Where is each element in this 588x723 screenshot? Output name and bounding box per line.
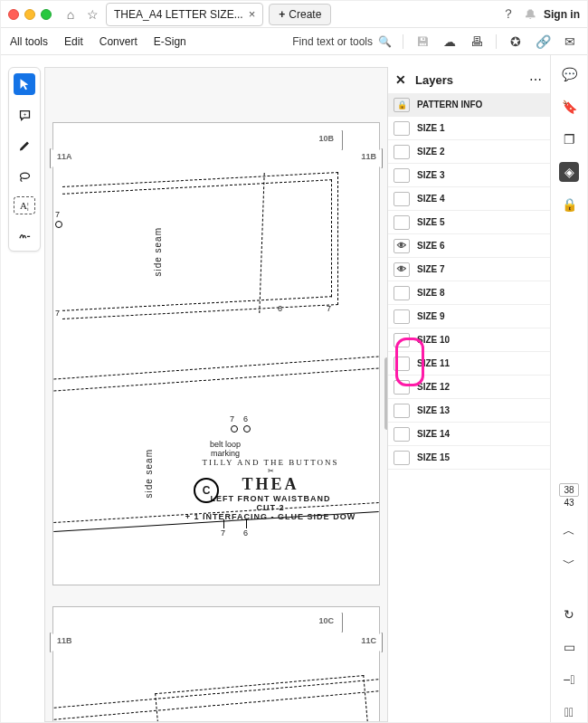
layers-panel: ✕ Layers ⋯ PATTERN INFOSIZE 1SIZE 2SIZE … xyxy=(387,67,551,722)
layer-row[interactable]: SIZE 5 xyxy=(388,211,551,234)
sign-tool[interactable] xyxy=(14,224,35,245)
layer-name: SIZE 9 xyxy=(417,311,445,321)
visibility-toggle[interactable] xyxy=(394,192,410,206)
bookmarks-panel-icon[interactable]: 🔖 xyxy=(559,97,579,117)
menu-edit[interactable]: Edit xyxy=(64,35,83,48)
layer-row[interactable]: SIZE 13 xyxy=(388,399,551,423)
print-icon[interactable]: 🖶 xyxy=(469,34,485,49)
layers-panel-icon[interactable]: ◈ xyxy=(559,162,579,182)
layer-row[interactable]: SIZE 11 xyxy=(388,352,551,376)
visibility-toggle[interactable] xyxy=(394,215,410,230)
layers-panel-header: ✕ Layers ⋯ xyxy=(388,67,551,93)
page-down-icon[interactable]: ﹀ xyxy=(559,554,579,574)
layer-name: SIZE 3 xyxy=(417,170,445,180)
layer-row[interactable]: SIZE 10 xyxy=(388,328,551,352)
visibility-toggle[interactable] xyxy=(394,357,410,371)
layer-row[interactable]: SIZE 9 xyxy=(388,305,551,328)
layers-close-icon[interactable]: ✕ xyxy=(395,72,406,87)
highlight-tool[interactable] xyxy=(14,135,35,157)
zoom-in-icon[interactable]: ＋⃝ xyxy=(559,702,579,722)
layer-row[interactable]: SIZE 2 xyxy=(388,140,551,164)
bell-icon[interactable]: 🔔︎ xyxy=(522,7,538,22)
cloud-upload-icon[interactable]: ☁︎ xyxy=(441,34,458,49)
document-stage[interactable]: 11A 10B 11B side seam 7 7 6 7 side seam … xyxy=(44,67,388,722)
pages-panel-icon[interactable]: ❐ xyxy=(559,129,579,149)
page-up-icon[interactable]: ︿ xyxy=(559,521,579,541)
layer-name: SIZE 8 xyxy=(417,288,445,298)
layer-row[interactable]: SIZE 7 xyxy=(388,258,551,281)
total-pages: 43 xyxy=(564,498,574,508)
layer-row[interactable]: SIZE 8 xyxy=(388,281,551,305)
lasso-tool[interactable] xyxy=(14,166,35,187)
layer-name: SIZE 1 xyxy=(417,123,445,133)
text-select-tool[interactable]: A¦ xyxy=(14,196,35,214)
lock-icon[interactable]: 🔒 xyxy=(559,195,579,214)
visibility-toggle[interactable] xyxy=(394,145,410,159)
layer-row[interactable]: SIZE 12 xyxy=(388,376,551,399)
layer-list[interactable]: PATTERN INFOSIZE 1SIZE 2SIZE 3SIZE 4SIZE… xyxy=(388,93,551,722)
current-page[interactable]: 38 xyxy=(559,483,578,497)
layer-row[interactable]: SIZE 14 xyxy=(388,423,551,446)
layer-row[interactable]: SIZE 15 xyxy=(388,446,551,470)
layer-name: SIZE 4 xyxy=(417,194,445,204)
rotate-icon[interactable]: ↻ xyxy=(559,604,579,624)
window-maximize[interactable] xyxy=(41,9,52,20)
select-tool[interactable] xyxy=(14,73,35,95)
layer-row[interactable]: PATTERN INFO xyxy=(388,93,551,117)
lock-icon[interactable] xyxy=(394,98,410,112)
comments-panel-icon[interactable]: 💬 xyxy=(559,64,579,84)
window-minimize[interactable] xyxy=(24,9,35,20)
pattern-cut: CUT 2 xyxy=(171,503,370,512)
visibility-toggle[interactable] xyxy=(394,286,410,300)
svg-point-1 xyxy=(20,173,29,178)
tab-close-icon[interactable]: × xyxy=(249,7,256,21)
menu-esign[interactable]: E-Sign xyxy=(154,35,186,48)
visibility-toggle[interactable] xyxy=(394,262,410,277)
notch-11b-label-p2: 11B xyxy=(57,636,72,645)
visibility-toggle[interactable] xyxy=(394,168,410,183)
zoom-out-icon[interactable]: −⃝ xyxy=(559,670,579,690)
find-button[interactable]: Find text or tools 🔍 xyxy=(292,35,392,48)
mail-icon[interactable]: ✉ xyxy=(562,34,578,49)
divider xyxy=(403,34,403,49)
visibility-toggle[interactable] xyxy=(394,380,410,395)
right-rail: 💬 🔖 ❐ ◈ 🔒 38 43 ︿ ﹀ ↻ ▭ −⃝ ＋⃝ xyxy=(550,55,587,722)
layer-row[interactable]: SIZE 3 xyxy=(388,164,551,187)
tick xyxy=(223,519,224,528)
layer-row[interactable]: SIZE 4 xyxy=(388,187,551,211)
help-icon[interactable]: ？ xyxy=(500,6,517,23)
visibility-toggle[interactable] xyxy=(394,121,410,136)
fit-page-icon[interactable]: ▭ xyxy=(559,637,579,657)
link-icon[interactable]: 🔗 xyxy=(535,34,551,49)
save-icon[interactable]: 💾︎ xyxy=(414,34,431,49)
menu-convert[interactable]: Convert xyxy=(100,35,138,48)
visibility-toggle[interactable] xyxy=(394,427,410,442)
layer-name: SIZE 2 xyxy=(417,147,445,157)
home-icon[interactable]: ⌂ xyxy=(62,7,79,22)
visibility-toggle[interactable] xyxy=(394,309,410,324)
visibility-toggle[interactable] xyxy=(394,404,410,418)
window-controls xyxy=(8,9,52,20)
notch-11c-label: 11C xyxy=(361,636,376,645)
visibility-toggle[interactable] xyxy=(394,239,410,253)
layer-row[interactable]: SIZE 6 xyxy=(388,234,551,258)
create-button[interactable]: Create xyxy=(269,4,331,25)
notch-11b-label: 11B xyxy=(361,152,376,161)
sign-in-button[interactable]: Sign in xyxy=(544,8,580,21)
visibility-toggle[interactable] xyxy=(394,333,410,347)
pattern-outline-p2 xyxy=(155,675,370,722)
window-close[interactable] xyxy=(8,9,19,20)
visibility-toggle[interactable] xyxy=(394,451,410,465)
layers-more-icon[interactable]: ⋯ xyxy=(529,72,544,87)
comment-tool[interactable]: + xyxy=(14,104,35,126)
menu-all-tools[interactable]: All tools xyxy=(10,35,48,48)
share-icon[interactable]: ✪ xyxy=(507,34,524,49)
star-icon[interactable]: ☆ xyxy=(84,7,100,22)
mark-circle xyxy=(231,425,238,433)
page-view-1: 11A 10B 11B side seam 7 7 6 7 side seam … xyxy=(52,122,380,585)
document-tab[interactable]: THEA_A4 LETTER SIZE... × xyxy=(106,3,263,26)
waistband-top-7 xyxy=(53,356,378,379)
layer-row[interactable]: SIZE 1 xyxy=(388,117,551,140)
belt-loop-label: belt loop marking xyxy=(198,440,252,458)
layer-name: SIZE 5 xyxy=(417,217,445,227)
